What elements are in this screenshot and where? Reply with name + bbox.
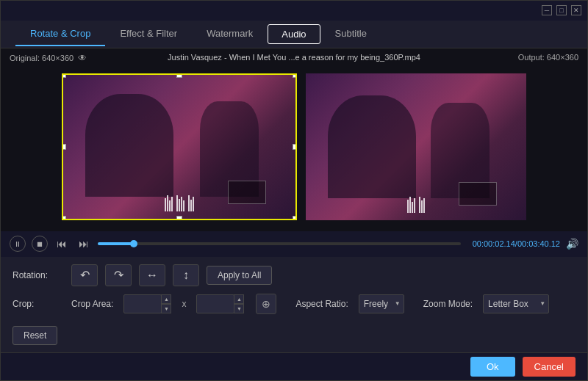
controls-section: Rotation: ↶ ↷ ↔ ↕ Apply to All Crop: Cro…	[1, 257, 587, 352]
crop-width-down[interactable]: ▼	[161, 304, 171, 313]
crop-handle-tc[interactable]	[176, 73, 182, 78]
progress-thumb[interactable]	[130, 240, 137, 247]
title-bar: ─ □ ✕	[1, 1, 587, 21]
tab-effect-filter[interactable]: Effect & Filter	[105, 22, 192, 46]
crop-handle-tr[interactable]	[293, 73, 297, 78]
zoom-mode-label: Zoom Mode:	[423, 299, 473, 309]
aspect-ratio-select-wrap: Freely 16:9 4:3 1:1	[359, 294, 404, 313]
progress-track[interactable]	[98, 242, 461, 245]
crop-handle-tl[interactable]	[62, 73, 66, 78]
crosshair-button[interactable]: ⊕	[256, 294, 276, 314]
total-time: 00:03:40.12	[517, 239, 560, 248]
rotation-row: Rotation: ↶ ↷ ↔ ↕ Apply to All	[12, 264, 576, 286]
crop-handle-ml[interactable]	[62, 144, 66, 150]
prev-frame-button[interactable]: ⏮	[54, 236, 70, 251]
crop-width-input[interactable]: 640	[123, 294, 162, 313]
reset-button[interactable]: Reset	[12, 326, 57, 345]
output-size-label: Output: 640×360	[518, 53, 578, 62]
video-preview-left	[62, 73, 297, 220]
crop-handle-mr[interactable]	[293, 144, 297, 150]
dimension-separator: x	[182, 299, 186, 309]
minimize-button[interactable]: ─	[542, 5, 552, 15]
barcode-right	[407, 197, 425, 213]
rotate-right-button[interactable]: ↷	[105, 264, 132, 286]
video-previews	[62, 73, 526, 220]
crop-handle-br[interactable]	[293, 216, 297, 220]
pause-button[interactable]: ⏸	[10, 236, 26, 252]
tab-bar: Rotate & Crop Effect & Filter Watermark …	[1, 21, 587, 48]
apply-to-all-button[interactable]: Apply to All	[207, 266, 272, 285]
flip-horizontal-button[interactable]: ↔	[139, 264, 165, 286]
barcode-left	[165, 195, 194, 211]
crop-row: Crop: Crop Area: 640 ▲ ▼ x 360 ▲ ▼ ⊕ Asp…	[12, 294, 576, 314]
crop-height-up[interactable]: ▲	[234, 294, 244, 304]
video-meta-left: Original: 640×360 👁	[10, 53, 87, 63]
close-button[interactable]: ✕	[571, 5, 581, 15]
rotate-left-button[interactable]: ↶	[71, 264, 98, 286]
current-time: 00:00:02.14	[473, 239, 515, 248]
tab-subtitle[interactable]: Subtitle	[320, 22, 381, 46]
crop-height-input[interactable]: 360	[196, 294, 234, 313]
aspect-ratio-label: Aspect Ratio:	[295, 299, 348, 309]
aspect-ratio-select[interactable]: Freely 16:9 4:3 1:1	[359, 294, 404, 313]
crop-handle-bl[interactable]	[62, 216, 66, 220]
ok-button[interactable]: Ok	[470, 357, 515, 377]
time-display: 00:00:02.14/00:03:40.12	[473, 239, 560, 248]
playback-bar: ⏸ ⏹ ⏮ ⏭ 00:00:02.14/00:03:40.12 🔊	[1, 231, 587, 256]
crop-handle-bc[interactable]	[176, 216, 182, 220]
zoom-mode-select-wrap: Letter Box Pan & Scan Full	[483, 294, 549, 313]
cancel-button[interactable]: Cancel	[523, 357, 576, 377]
crop-width-spinner: 640 ▲ ▼	[123, 294, 171, 313]
video-frame-right	[306, 73, 526, 220]
tab-rotate-crop[interactable]: Rotate & Crop	[15, 22, 105, 46]
crop-width-spinners: ▲ ▼	[161, 294, 171, 313]
crop-height-spinner: 360 ▲ ▼	[196, 294, 244, 313]
progress-fill	[98, 242, 134, 245]
flip-vertical-button[interactable]: ↕	[173, 264, 199, 286]
video-frame-left[interactable]	[62, 73, 297, 220]
stop-button[interactable]: ⏹	[32, 236, 48, 252]
maximize-button[interactable]: □	[556, 5, 567, 15]
next-frame-button[interactable]: ⏭	[76, 236, 92, 251]
zoom-mode-select[interactable]: Letter Box Pan & Scan Full	[483, 294, 549, 313]
original-size-label: Original: 640×360	[10, 54, 74, 62]
crop-height-spinners: ▲ ▼	[234, 294, 244, 313]
reset-row: Reset	[12, 322, 576, 345]
crop-area-label: Crop Area:	[71, 299, 113, 309]
video-preview-right	[306, 73, 526, 220]
filename-label: Justin Vasquez - When I Met You ...e a r…	[168, 53, 420, 62]
tab-audio[interactable]: Audio	[268, 24, 320, 44]
bottom-bar: Ok Cancel	[1, 352, 587, 380]
video-section: Original: 640×360 👁 Justin Vasquez - Whe…	[1, 48, 587, 231]
volume-icon[interactable]: 🔊	[566, 238, 578, 250]
crop-width-up[interactable]: ▲	[161, 294, 171, 304]
crop-label: Crop:	[12, 299, 64, 309]
tab-watermark[interactable]: Watermark	[192, 22, 268, 46]
crop-height-down[interactable]: ▼	[234, 304, 244, 313]
rotation-label: Rotation:	[12, 270, 64, 280]
app-window: ─ □ ✕ Rotate & Crop Effect & Filter Wate…	[0, 0, 588, 381]
eye-icon[interactable]: 👁	[78, 53, 87, 63]
